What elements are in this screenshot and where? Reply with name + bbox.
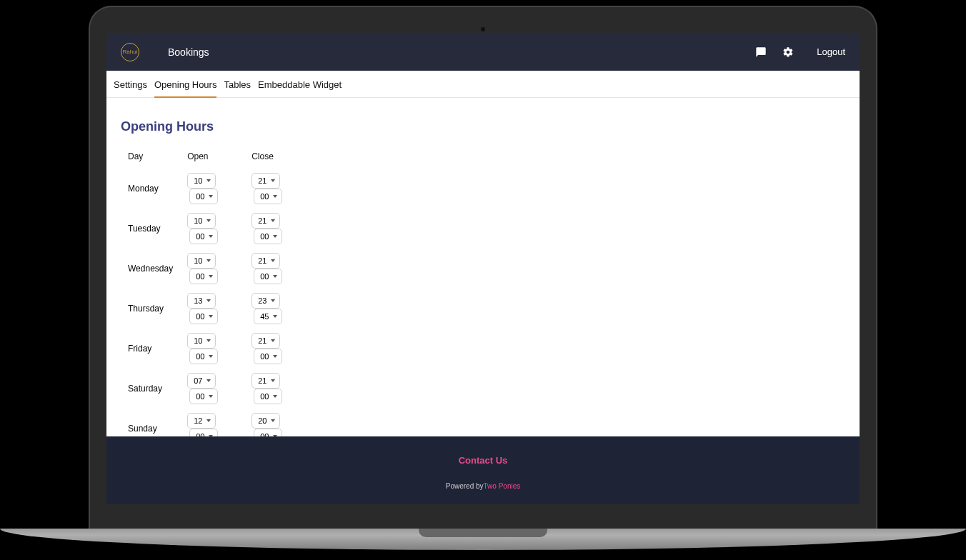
open-minute-select[interactable]: 00 [189, 429, 218, 436]
logout-link[interactable]: Logout [817, 46, 845, 57]
close-hour-select[interactable]: 20 [252, 413, 280, 429]
day-label: Monday [121, 169, 180, 209]
top-navbar: Rahui Bookings Logout [106, 33, 860, 71]
app-screen: Rahui Bookings Logout Settings Opening H… [106, 33, 860, 504]
close-minute-select[interactable]: 00 [254, 349, 282, 364]
contact-us-link[interactable]: Contact Us [459, 455, 508, 466]
table-row: Tuesday10002100 [121, 209, 309, 249]
laptop-frame: Rahui Bookings Logout Settings Opening H… [90, 7, 876, 536]
close-minute-select[interactable]: 00 [254, 229, 282, 244]
open-hour-select[interactable]: 10 [187, 173, 216, 189]
open-minute-select[interactable]: 00 [189, 349, 218, 364]
open-minute-select[interactable]: 00 [189, 309, 218, 324]
tab-settings[interactable]: Settings [114, 71, 147, 97]
close-minute-select[interactable]: 00 [254, 189, 282, 204]
close-minute-select[interactable]: 00 [254, 389, 282, 404]
col-header-day: Day [121, 147, 180, 169]
open-hour-select[interactable]: 10 [187, 333, 216, 349]
close-hour-select[interactable]: 23 [252, 293, 280, 309]
close-minute-select[interactable]: 00 [254, 269, 282, 284]
open-hour-select[interactable]: 13 [187, 293, 216, 309]
hours-table: Day Open Close Monday10002100Tuesday1000… [121, 147, 309, 436]
close-hour-select[interactable]: 21 [252, 173, 280, 189]
powered-prefix: Powered by [446, 482, 484, 490]
day-label: Tuesday [121, 209, 180, 249]
open-hour-select[interactable]: 10 [187, 213, 216, 229]
table-row: Saturday07002100 [121, 369, 309, 409]
open-minute-select[interactable]: 00 [189, 269, 218, 284]
camera-dot [481, 27, 485, 31]
gear-icon[interactable] [782, 46, 794, 58]
brand-logo[interactable]: Rahui [121, 43, 139, 61]
table-row: Monday10002100 [121, 169, 309, 209]
close-hour-select[interactable]: 21 [252, 213, 280, 229]
laptop-notch [419, 529, 547, 537]
open-minute-select[interactable]: 00 [189, 389, 218, 404]
close-hour-select[interactable]: 21 [252, 373, 280, 389]
open-minute-select[interactable]: 00 [189, 189, 218, 204]
open-hour-select[interactable]: 07 [187, 373, 216, 389]
open-hour-select[interactable]: 12 [187, 413, 216, 429]
two-ponies-link[interactable]: Two Ponies [484, 482, 521, 490]
tab-embeddable-widget[interactable]: Embeddable Widget [258, 71, 342, 97]
day-label: Friday [121, 329, 180, 369]
close-hour-select[interactable]: 21 [252, 253, 280, 269]
close-hour-select[interactable]: 21 [252, 333, 280, 349]
table-row: Friday10002100 [121, 329, 309, 369]
open-hour-select[interactable]: 10 [187, 253, 216, 269]
day-label: Sunday [121, 409, 180, 436]
table-row: Sunday12002000 [121, 409, 309, 436]
tab-bar: Settings Opening Hours Tables Embeddable… [106, 71, 860, 98]
col-header-close: Close [244, 147, 309, 169]
chat-icon[interactable] [755, 46, 767, 58]
table-row: Wednesday10002100 [121, 249, 309, 289]
tab-tables[interactable]: Tables [224, 71, 251, 97]
tab-opening-hours[interactable]: Opening Hours [154, 71, 216, 97]
page-content: Opening Hours Day Open Close Monday10002… [106, 98, 860, 436]
open-minute-select[interactable]: 00 [189, 229, 218, 244]
page-title: Opening Hours [121, 119, 845, 134]
day-label: Saturday [121, 369, 180, 409]
day-label: Thursday [121, 289, 180, 329]
day-label: Wednesday [121, 249, 180, 289]
table-row: Thursday13002345 [121, 289, 309, 329]
close-minute-select[interactable]: 00 [254, 429, 282, 436]
col-header-open: Open [180, 147, 244, 169]
footer: Contact Us Powered byTwo Ponies [106, 436, 860, 504]
powered-by: Powered byTwo Ponies [106, 482, 860, 490]
nav-title[interactable]: Bookings [168, 46, 209, 58]
brand-logo-text: Rahui [123, 49, 138, 55]
close-minute-select[interactable]: 45 [254, 309, 282, 324]
